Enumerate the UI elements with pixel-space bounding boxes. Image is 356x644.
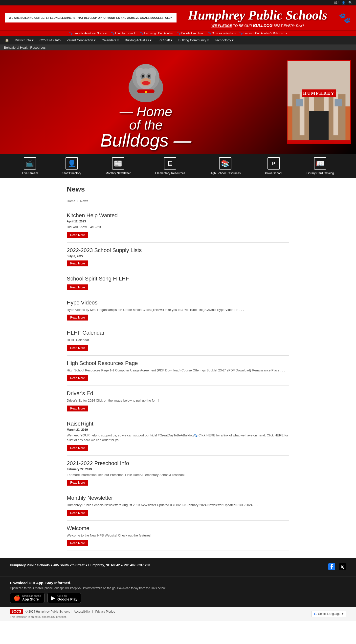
nav-bulldog-community[interactable]: Bulldog Community ▾ xyxy=(175,36,212,44)
quick-link-high-school[interactable]: 📚 High School Resources xyxy=(210,157,241,175)
powerschool-icon: P xyxy=(267,157,280,170)
paw-item-2: 🐾 Lead by Example xyxy=(111,32,136,34)
news-item: Welcome Welcome to the New HPS Website! … xyxy=(67,521,289,551)
news-item-excerpt: Driver's Ed for 2024 Click on the image … xyxy=(67,398,289,403)
equal-opportunity-text: This institution is an equal opportunity… xyxy=(10,615,117,618)
read-more-button[interactable]: Read More xyxy=(67,510,88,516)
news-item-excerpt: Hype Videos by Mrs. Hogancamp's 8th Grad… xyxy=(67,308,289,312)
nav-for-staff[interactable]: For Staff ▾ xyxy=(155,36,175,44)
nav-district-info[interactable]: District Info ▾ xyxy=(12,36,37,44)
read-more-button[interactable]: Read More xyxy=(67,314,88,320)
quick-link-label: High School Resources xyxy=(210,172,241,175)
nav-home[interactable]: 🏠 xyxy=(2,36,12,44)
read-more-button[interactable]: Read More xyxy=(67,345,88,351)
nav-parent-connection[interactable]: Parent Connection ▾ xyxy=(64,36,99,44)
paw-item-1: 🐾 Promote Academic Success xyxy=(69,32,107,34)
read-more-button[interactable]: Read More xyxy=(67,480,88,486)
temperature: 83° xyxy=(334,1,339,4)
footer-separator: | xyxy=(92,610,94,613)
app-section-title: Download Our App. Stay Informed. xyxy=(10,581,346,585)
library-icon: 📖 xyxy=(314,157,326,170)
svg-text:HUMPHREY: HUMPHREY xyxy=(303,91,335,96)
footer-links: SOCS © 2024 Humphrey Public Schools | Ac… xyxy=(10,610,117,613)
breadcrumb: Home › News xyxy=(67,199,289,203)
read-more-button[interactable]: Read More xyxy=(67,284,88,290)
socs-logo: SOCS xyxy=(10,609,23,614)
breadcrumb-home[interactable]: Home xyxy=(67,199,75,203)
quick-links-bar: 📺 Live Stream 👤 Staff Directory 📰 Monthl… xyxy=(0,154,356,178)
quick-link-powerschool[interactable]: P Powerschool xyxy=(265,157,282,175)
login-icon[interactable]: 👤 xyxy=(342,1,345,4)
nav-behavioral-health[interactable]: Behavioral Health Resources xyxy=(4,46,46,50)
read-more-button[interactable]: Read More xyxy=(67,540,88,546)
quick-link-label: Staff Directory xyxy=(62,172,81,175)
svg-rect-21 xyxy=(309,111,328,140)
copyright-text: © 2024 Humphrey Public Schools xyxy=(26,610,70,613)
app-store-badge[interactable]: 🍎 Download on the App Store xyxy=(10,593,45,603)
svg-point-7 xyxy=(142,75,144,78)
news-item: 2021-2022 Preschool Info February 22, 20… xyxy=(67,456,289,490)
quick-link-library[interactable]: 📖 Library Card Catalog xyxy=(306,157,334,175)
read-more-button[interactable]: Read More xyxy=(67,375,88,381)
footer-separator: | xyxy=(71,610,72,613)
svg-rect-23 xyxy=(335,99,342,106)
accessibility-link[interactable]: Accessibility xyxy=(74,610,90,613)
news-item-title: RaiseRight xyxy=(67,420,289,427)
news-item-title: 2022-2023 School Supply Lists xyxy=(67,247,289,254)
read-more-button[interactable]: Read More xyxy=(67,232,88,238)
svg-text:𝕏: 𝕏 xyxy=(340,564,344,570)
footer-bottom-left: SOCS © 2024 Humphrey Public Schools | Ac… xyxy=(10,610,117,618)
footer-school-name: Humphrey Public Schools ● 405 South 7th … xyxy=(10,563,150,567)
building-illustration: HUMPHREY xyxy=(287,60,350,141)
footer-app: Download Our App. Stay Informed. Optimiz… xyxy=(0,576,356,607)
header-subtitle: WE PLEDGE TO BE OUR BULLDOG BEST EVERY D… xyxy=(181,24,334,28)
quick-link-live-stream[interactable]: 📺 Live Stream xyxy=(22,157,38,175)
quick-link-staff-directory[interactable]: 👤 Staff Directory xyxy=(62,157,81,175)
footer-info: Humphrey Public Schools ● 405 South 7th … xyxy=(10,563,150,568)
paw-item-3: 🐾 Encourage One Another xyxy=(140,32,173,34)
school-name: Humphrey Public Schools xyxy=(181,8,334,22)
nav-technology[interactable]: Technology ▾ xyxy=(212,36,237,44)
nav-bulldog-activities[interactable]: Bulldog Activities ▾ xyxy=(122,36,155,44)
nav-calendars[interactable]: Calendars ▾ xyxy=(99,36,122,44)
svg-point-10 xyxy=(142,81,150,85)
paw-item-6: 🐾 Embrace One Another's Differences xyxy=(239,32,287,34)
header-title: Humphrey Public Schools WE PLEDGE TO BE … xyxy=(181,8,334,28)
app-store-text: Download on the App Store xyxy=(22,594,41,601)
staff-directory-icon: 👤 xyxy=(66,157,78,170)
privacy-link[interactable]: Privacy Pledge xyxy=(95,610,115,613)
news-item-excerpt: For more information, see our Preschool … xyxy=(67,472,289,478)
facebook-icon[interactable] xyxy=(328,563,335,572)
news-item-excerpt: High School Resources Page 1-1 Computer … xyxy=(67,368,289,373)
news-item: Driver's Ed Driver's Ed for 2024 Click o… xyxy=(67,386,289,416)
svg-point-12 xyxy=(145,91,147,93)
app-store-small-text: Download on the xyxy=(22,594,41,597)
search-icon[interactable]: 🔍 xyxy=(348,1,352,4)
secondary-nav: Behavioral Health Resources xyxy=(0,44,356,50)
twitter-x-icon[interactable]: 𝕏 xyxy=(339,563,346,572)
breadcrumb-news[interactable]: News xyxy=(80,199,88,203)
read-more-button[interactable]: Read More xyxy=(67,445,88,451)
news-item-title: HLHF Calendar xyxy=(67,330,289,336)
svg-rect-20 xyxy=(333,92,338,136)
quick-link-newsletter[interactable]: 📰 Monthly Newsletter xyxy=(106,157,131,175)
pledge-text: WE PLEDGE xyxy=(211,24,232,28)
footer-social: 𝕏 xyxy=(328,563,346,572)
hero-section: — Home of the Bulldogs — xyxy=(0,50,356,154)
google-play-badge[interactable]: ▶ Get it on Google Play xyxy=(48,593,81,603)
news-item-title: Driver's Ed xyxy=(67,390,289,397)
select-language-label: Select Language xyxy=(318,612,340,616)
nav-covid[interactable]: COVID-19 Info xyxy=(37,36,64,44)
quick-link-elementary[interactable]: 🖥 Elementary Resources xyxy=(155,157,185,175)
news-item-title: Kitchen Help Wanted xyxy=(67,212,289,219)
paw-item-5: 🐾 Grow as Individuals xyxy=(208,32,236,34)
select-language-button[interactable]: G Select Language ▾ xyxy=(311,611,346,617)
quick-link-label: Live Stream xyxy=(22,172,38,175)
quick-link-label: Monthly Newsletter xyxy=(106,172,131,175)
quick-link-label: Powerschool xyxy=(265,172,282,175)
news-item-excerpt: Welcome to the New HPS Website! Check ou… xyxy=(67,533,289,538)
news-item-title: High School Resources Page xyxy=(67,360,289,366)
read-more-button[interactable]: Read More xyxy=(67,260,88,266)
read-more-button[interactable]: Read More xyxy=(67,406,88,412)
news-item-excerpt: Humphrey Public Schools Newsletters Augu… xyxy=(67,503,289,508)
